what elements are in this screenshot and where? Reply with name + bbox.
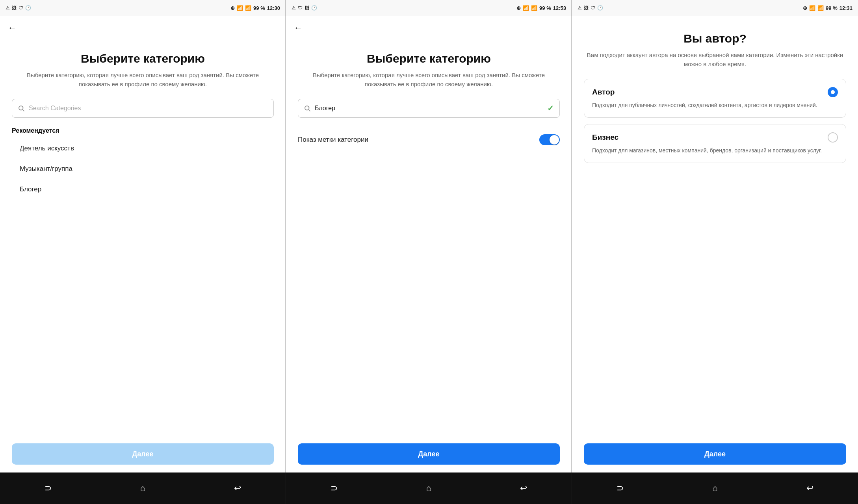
android-nav-2: ⊃ ⌂ ↩ (286, 472, 572, 504)
gallery-icon-2: 🖼 (305, 5, 309, 11)
status-icons-left-2: ⚠ 🛡 🖼 🕐 (292, 5, 317, 11)
toggle-label-2: Показ метки категории (298, 136, 368, 144)
status-icons-left-1: ⚠ 🖼 🛡 🕐 (6, 5, 31, 11)
svg-point-0 (19, 106, 23, 110)
gallery-icon-1: 🖼 (12, 5, 17, 11)
checkmark-icon-2: ✓ (547, 104, 554, 113)
warning-icon-3: ⚠ (578, 5, 582, 11)
page-title-3: Вы автор? (584, 32, 846, 45)
top-spacer-3 (572, 16, 858, 24)
android-home-3[interactable]: ⌂ (712, 483, 717, 493)
android-back-3[interactable]: ⊃ (617, 483, 624, 493)
bottom-btn-area-2: Далее (286, 437, 572, 472)
category-item-1[interactable]: Деятель искусств (12, 138, 274, 159)
panel-2: ⚠ 🛡 🖼 🕐 ⊕ 📶 📶 99 % 12:53 ← Выберите кате… (286, 0, 572, 504)
gps-icon-1: ⊕ (230, 5, 235, 11)
panel-1: ⚠ 🖼 🛡 🕐 ⊕ 📶 📶 99 % 12:30 ← Выберите кате… (0, 0, 286, 504)
radio-inner-author (831, 90, 835, 94)
toggle-switch-2[interactable] (539, 134, 560, 145)
status-icons-right-3: ⊕ 📶 📶 99 % 12:31 (803, 5, 852, 11)
option-header-business: Бизнес (592, 132, 838, 143)
time-1: 12:30 (267, 5, 280, 11)
shield-icon-3: 🛡 (591, 5, 595, 11)
time-3: 12:31 (839, 5, 852, 11)
android-back-1[interactable]: ⊃ (45, 483, 52, 493)
panel-3: ⚠ 🖼 🛡 🕐 ⊕ 📶 📶 99 % 12:31 Вы автор? Вам п… (572, 0, 858, 504)
svg-line-3 (308, 109, 310, 111)
svg-point-2 (305, 106, 309, 110)
category-item-2[interactable]: Музыкант/группа (12, 159, 274, 179)
warning-icon-2: ⚠ (292, 5, 296, 11)
android-nav-3: ⊃ ⌂ ↩ (572, 472, 858, 504)
status-bar-1: ⚠ 🖼 🛡 🕐 ⊕ 📶 📶 99 % 12:30 (0, 0, 286, 16)
clock-icon-3: 🕐 (597, 5, 603, 11)
wifi-icon-2: 📶 (523, 5, 529, 11)
bottom-btn-area-1: Далее (0, 437, 286, 472)
page-subtitle-2: Выберите категорию, которая лучше всего … (298, 71, 560, 89)
option-title-business: Бизнес (592, 133, 618, 142)
nav-bar-1: ← (0, 16, 286, 40)
back-button-2[interactable]: ← (294, 23, 303, 33)
wifi-icon-1: 📶 (237, 5, 243, 11)
search-box-1[interactable]: Search Categories (12, 99, 274, 118)
signal-icon-3: 📶 (817, 5, 824, 11)
gps-icon-3: ⊕ (803, 5, 807, 11)
option-title-author: Автор (592, 88, 615, 96)
status-icons-left-3: ⚠ 🖼 🛡 🕐 (578, 5, 603, 11)
title-area-3: Вы автор? Вам подходит аккаунт автора на… (572, 24, 858, 79)
status-icons-right-1: ⊕ 📶 📶 99 % 12:30 (230, 5, 280, 11)
radio-business[interactable] (828, 132, 838, 143)
android-back-2[interactable]: ⊃ (331, 483, 338, 493)
clock-icon-1: 🕐 (25, 5, 31, 11)
search-icon-2 (304, 105, 311, 112)
search-box-2[interactable]: Блогер ✓ (298, 99, 560, 118)
android-nav-1: ⊃ ⌂ ↩ (0, 472, 286, 504)
search-icon-1 (18, 105, 25, 112)
battery-text-2: 99 % (539, 5, 551, 11)
category-item-3[interactable]: Блогер (12, 179, 274, 200)
back-button-1[interactable]: ← (8, 23, 17, 33)
android-recent-3[interactable]: ↩ (806, 483, 813, 493)
next-button-3[interactable]: Далее (584, 443, 846, 465)
android-recent-2[interactable]: ↩ (520, 483, 527, 493)
status-icons-right-2: ⊕ 📶 📶 99 % 12:53 (516, 5, 566, 11)
option-card-business[interactable]: Бизнес Подходит для магазинов, местных к… (584, 124, 846, 163)
status-bar-3: ⚠ 🖼 🛡 🕐 ⊕ 📶 📶 99 % 12:31 (572, 0, 858, 16)
android-home-2[interactable]: ⌂ (426, 483, 431, 493)
section-label-1: Рекомендуется (12, 127, 274, 134)
clock-icon-2: 🕐 (311, 5, 317, 11)
battery-text-1: 99 % (253, 5, 265, 11)
time-2: 12:53 (553, 5, 566, 11)
svg-line-1 (22, 109, 24, 111)
signal-icon-2: 📶 (531, 5, 537, 11)
option-card-author[interactable]: Автор Подходит для публичных личностей, … (584, 79, 846, 118)
page-title-2: Выберите категорию (298, 52, 560, 65)
gps-icon-2: ⊕ (516, 5, 521, 11)
bottom-btn-area-3: Далее (572, 437, 858, 472)
page-title-1: Выберите категорию (12, 52, 274, 65)
android-recent-1[interactable]: ↩ (234, 483, 241, 493)
content-2: Выберите категорию Выберите категорию, к… (286, 40, 572, 437)
warning-icon-1: ⚠ (6, 5, 10, 11)
signal-icon-1: 📶 (245, 5, 251, 11)
shield-icon-1: 🛡 (19, 5, 23, 11)
page-subtitle-1: Выберите категорию, которая лучше всего … (12, 71, 274, 89)
toggle-row-2: Показ метки категории (298, 127, 560, 152)
search-value-2: Блогер (315, 105, 547, 112)
option-desc-business: Подходит для магазинов, местных компаний… (592, 146, 838, 155)
options-area-3: Автор Подходит для публичных личностей, … (572, 79, 858, 437)
next-button-1[interactable]: Далее (12, 443, 274, 465)
search-placeholder-1: Search Categories (29, 105, 268, 112)
content-1: Выберите категорию Выберите категорию, к… (0, 40, 286, 437)
android-home-1[interactable]: ⌂ (140, 483, 145, 493)
radio-author[interactable] (828, 87, 838, 97)
next-button-2[interactable]: Далее (298, 443, 560, 465)
wifi-icon-3: 📶 (809, 5, 815, 11)
page-subtitle-3: Вам подходит аккаунт автора на основе вы… (584, 51, 846, 69)
status-bar-2: ⚠ 🛡 🖼 🕐 ⊕ 📶 📶 99 % 12:53 (286, 0, 572, 16)
toggle-knob-2 (550, 135, 559, 145)
nav-bar-2: ← (286, 16, 572, 40)
option-header-author: Автор (592, 87, 838, 97)
battery-text-3: 99 % (826, 5, 838, 11)
category-list-1: Деятель искусств Музыкант/группа Блогер (12, 138, 274, 200)
